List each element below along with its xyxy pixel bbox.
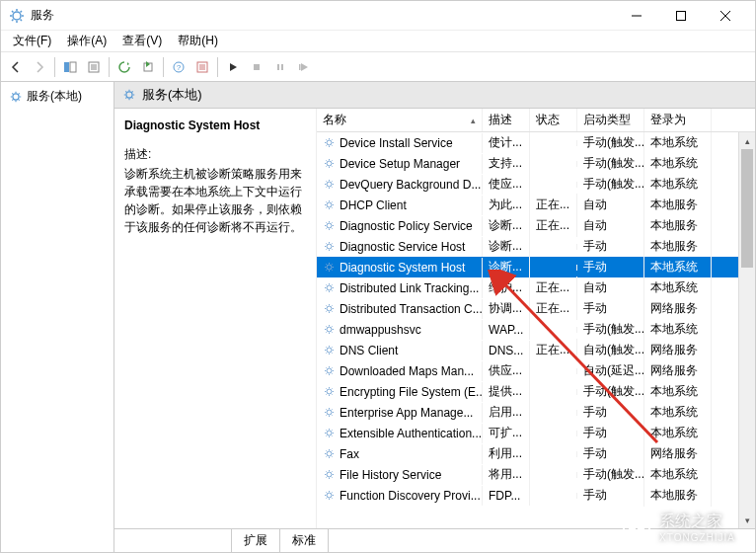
service-row[interactable]: Encrypting File System (E...提供...手动(触发..… [317,381,755,402]
svg-rect-2 [64,62,69,72]
service-start: 自动 [577,276,644,299]
gear-icon [323,427,336,439]
close-button[interactable] [703,2,747,30]
service-status [530,389,577,395]
forward-button[interactable] [29,56,50,78]
service-start: 手动 [577,442,644,465]
service-status [530,244,577,250]
service-start: 手动 [577,235,644,258]
service-desc: 诊断... [483,214,530,237]
service-name: File History Service [340,468,441,482]
service-desc: 利用... [483,442,530,465]
service-start: 自动(触发... [577,339,644,361]
help-button[interactable]: ? [168,56,189,78]
pause-service-button[interactable] [269,56,291,78]
start-service-button[interactable] [222,56,244,78]
detail-pane: Diagnostic System Host 描述: 诊断系统主机被诊断策略服务… [114,109,317,528]
svg-point-30 [327,451,332,456]
svg-point-26 [327,368,332,373]
service-row[interactable]: Diagnostic Policy Service诊断...正在...自动本地服… [317,215,755,236]
refresh-button[interactable] [113,56,135,78]
service-row[interactable]: File History Service将用...手动(触发...本地系统 [317,464,755,485]
col-header-status[interactable]: 状态 [530,109,577,131]
service-status: 正在... [530,297,577,320]
service-row[interactable]: Extensible Authentication...可扩...手动本地系统 [317,423,755,443]
service-status: 正在... [530,214,577,237]
list-body[interactable]: Device Install Service使计...手动(触发...本地系统D… [317,132,755,528]
service-status [530,182,577,188]
tree-root[interactable]: 服务(本地) [5,86,110,107]
service-row[interactable]: Device Install Service使计...手动(触发...本地系统 [317,132,755,153]
service-row[interactable]: Function Discovery Provi...FDP...手动本地服务 [317,485,755,506]
service-row[interactable]: DNS ClientDNS...正在...自动(触发...网络服务 [317,340,755,360]
scroll-up-icon[interactable]: ▴ [739,132,755,149]
service-logon: 本地服务 [644,484,712,507]
menu-action[interactable]: 操作(A) [59,31,114,51]
service-row[interactable]: Device Setup Manager支持...手动(触发...本地系统 [317,153,755,174]
service-name: Device Setup Manager [340,157,460,171]
service-desc: 可扩... [483,422,530,444]
service-row[interactable]: Diagnostic Service Host诊断...手动本地服务 [317,236,755,257]
service-logon: 网络服务 [644,297,712,320]
scroll-down-icon[interactable]: ▾ [739,512,755,528]
restart-service-button[interactable] [293,56,315,78]
watermark-main: 系统之家 [659,513,722,529]
service-status [530,265,577,271]
export-button[interactable] [137,56,159,78]
service-row[interactable]: Downloaded Maps Man...供应...自动(延迟...网络服务 [317,360,755,381]
service-desc: 提供... [483,380,530,403]
service-logon: 网络服务 [644,359,712,382]
service-row[interactable]: Diagnostic System Host诊断...手动本地系统 [317,257,755,277]
service-row[interactable]: Enterprise App Manage...启用...手动本地系统 [317,402,755,423]
show-hide-button[interactable] [59,56,81,78]
stop-service-button[interactable] [246,56,267,78]
service-start: 手动 [577,401,644,424]
service-row[interactable]: Distributed Transaction C...协调...正在...手动… [317,298,755,319]
maximize-button[interactable] [658,2,703,30]
service-row[interactable]: Distributed Link Tracking...维护...正在...自动… [317,277,755,298]
service-status [530,410,577,416]
vertical-scrollbar[interactable]: ▴ ▾ [738,132,755,528]
back-button[interactable] [5,56,27,78]
service-row[interactable]: DHCP Client为此...正在...自动本地服务 [317,195,755,215]
tree-root-label: 服务(本地) [27,88,82,105]
svg-point-21 [327,265,332,270]
menubar: 文件(F) 操作(A) 查看(V) 帮助(H) [1,31,755,52]
properties-button[interactable] [83,56,105,78]
service-status [530,493,577,499]
col-header-start[interactable]: 启动类型 [577,109,644,131]
service-logon: 本地系统 [644,132,712,154]
service-row[interactable]: dmwappushsvcWAP...手动(触发...本地系统 [317,319,755,340]
col-header-desc[interactable]: 描述 [483,109,530,131]
gear-icon [323,468,336,481]
service-logon: 本地服务 [644,235,712,258]
service-desc: 为此... [483,194,530,216]
menu-help[interactable]: 帮助(H) [170,31,226,51]
menu-file[interactable]: 文件(F) [5,31,59,51]
service-desc: 使计... [483,132,530,154]
service-row[interactable]: Fax利用...手动网络服务 [317,443,755,464]
gear-icon [323,157,336,170]
service-row[interactable]: DevQuery Background D...使应...手动(触发...本地系… [317,174,755,195]
minimize-button[interactable] [614,2,658,30]
list-header: 名称▴ 描述 状态 启动类型 登录为 [317,109,755,132]
svg-rect-11 [281,64,283,70]
list-button[interactable] [191,56,213,78]
col-header-name[interactable]: 名称▴ [317,109,483,131]
service-start: 手动(触发... [577,152,644,175]
tab-extended[interactable]: 扩展 [231,528,280,553]
service-name: Device Install Service [340,136,453,150]
gear-icon [323,198,336,211]
svg-point-20 [327,244,332,249]
svg-point-31 [327,472,332,477]
service-logon: 本地系统 [644,173,712,196]
menu-view[interactable]: 查看(V) [114,31,170,51]
svg-point-22 [327,285,332,290]
tab-standard[interactable]: 标准 [279,528,329,552]
service-start: 手动(触发... [577,463,644,486]
svg-point-17 [327,182,332,187]
service-start: 手动 [577,297,644,320]
scroll-thumb[interactable] [741,149,753,268]
service-status: 正在... [530,339,577,361]
col-header-logon[interactable]: 登录为 [644,109,712,131]
